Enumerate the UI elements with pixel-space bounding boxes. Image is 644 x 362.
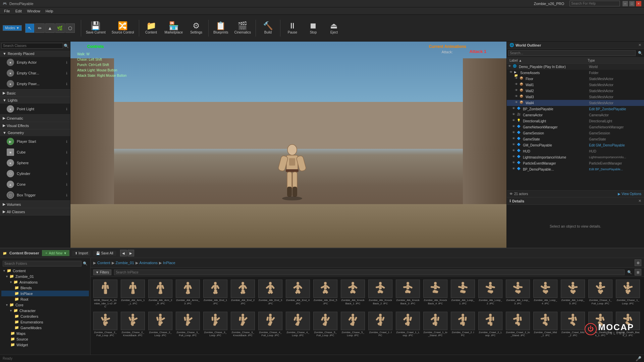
cb-grid-item-10[interactable]: Zombie_Atk_KnockBack_2 .IPC <box>367 278 394 310</box>
cb-grid-item-27[interactable]: Zombie_Chase_4_Loop .IPC <box>284 310 311 339</box>
outliner-item-camera[interactable]: 👁 🎥 CameraActor CameraActor <box>507 112 644 118</box>
cb-grid-item-24[interactable]: Zombie_Chase_3_Loop .IPC <box>202 310 229 339</box>
outliner-search-input[interactable] <box>508 50 636 56</box>
cb-grid-item-33[interactable]: Zombie_Crawl_2 .IPC <box>449 310 476 339</box>
sidebar-item-point-light[interactable]: ● Point Light ℹ <box>0 104 70 114</box>
menu-edit[interactable]: Edit <box>13 8 24 14</box>
class-search-input[interactable] <box>1 43 63 49</box>
outliner-view-options[interactable]: ▶ View Options <box>618 192 641 196</box>
tree-item-blends[interactable]: 📁 Blends <box>1 285 89 291</box>
marketplace-button[interactable]: 🏪 Marketplace <box>162 16 185 40</box>
import-button[interactable]: ⬆ Import <box>72 251 91 256</box>
tree-item-animations[interactable]: ▼📁 Animations <box>1 279 89 285</box>
cb-tree-search-icon[interactable]: 🔍 <box>83 261 88 266</box>
source-control-button[interactable]: 🔀 Source Control <box>109 16 137 40</box>
outliner-item-gm-demo[interactable]: 👁 🔷 GM_DemoPlayable Edit GM_DemoPlayable <box>507 142 644 148</box>
cb-tree-search-input[interactable] <box>3 261 82 266</box>
tree-item-character[interactable]: ▼📁 Character <box>1 308 89 313</box>
cinematic-header[interactable]: ▶ Cinematic <box>0 115 70 122</box>
lights-header[interactable]: ▼ Lights <box>0 97 70 104</box>
outliner-item-gamestate[interactable]: 👁 🔷 GameState GameState <box>507 136 644 142</box>
blueprints-button[interactable]: 📋 Blueprints <box>211 16 231 40</box>
cb-search-input[interactable] <box>114 269 625 275</box>
add-new-button[interactable]: ＋ Add New ▼ <box>42 250 69 256</box>
sidebar-item-cone[interactable]: ▲ Cone ℹ <box>0 179 70 190</box>
cb-grid-item-4[interactable]: Zombie_Atk_End_1 .IPC <box>202 278 229 310</box>
cb-grid-item-26[interactable]: Zombie_Chase_4_Full_Loop .IPC <box>257 310 284 339</box>
sidebar-item-cylinder[interactable]: ⬭ Cylinder ℹ <box>0 168 70 179</box>
save-all-button[interactable]: 💾 Save All <box>93 251 116 256</box>
tree-item-gamemodes[interactable]: 📁 GameModes <box>1 325 89 330</box>
cb-grid-item-18[interactable]: Zombie_Chase_1_Full_Loop .IPC <box>587 278 614 310</box>
outliner-item-particle[interactable]: 👁 🔷 ParticleEventManager ParticleEventMa… <box>507 160 644 166</box>
class-search-icon[interactable]: 🔍 <box>64 44 69 48</box>
outliner-item-bp-demo[interactable]: 👁 🔷 BP_DemoPlayable... Edit BP_DemoPlaya… <box>507 166 644 172</box>
outliner-item-wall3[interactable]: 👁 📦 Wall3 StaticMeshActor <box>507 94 644 100</box>
cb-grid-item-31[interactable]: Zombie_Crawl_1_Loop .IPC <box>394 310 421 339</box>
sidebar-item-empty-actor[interactable]: ● Empty Actor ℹ <box>0 57 70 68</box>
visual-effects-header[interactable]: ▶ Visual Effects <box>0 122 70 129</box>
outliner-item-hud[interactable]: 👁 🔷 HUD HUD <box>507 148 644 154</box>
cb-grid-item-30[interactable]: Zombie_Crawl_1 .IPC <box>367 310 394 339</box>
cb-grid-item-6[interactable]: Zombie_Atk_End_3 .IPC <box>257 278 284 310</box>
cb-grid-item-14[interactable]: Zombie_Atk_Loop_2 .IPC <box>477 278 504 310</box>
cb-grid-item-19[interactable]: Zombie_Chase_1_Loop .IPC <box>614 278 641 310</box>
cb-grid-item-21[interactable]: Zombie_Chase_2_KnockBack .IPC <box>119 310 146 339</box>
cb-grid-item-37[interactable]: Zombie_Crawl_Mid_2 .IPC <box>559 310 586 339</box>
viewport[interactable]: Controls Walk: W Chase: Left Shift Punch… <box>70 42 506 248</box>
all-classes-header[interactable]: ▶ All Classes <box>0 208 70 215</box>
cb-grid-item-22[interactable]: Zombie_Chase_2_Loop .IPC <box>147 310 174 339</box>
outliner-search-icon[interactable]: 🔍 <box>638 51 643 55</box>
tree-item-source[interactable]: 📁 Source <box>1 336 89 342</box>
cinematics-button[interactable]: 🎬 Cinematics <box>231 16 253 40</box>
paint-tool[interactable]: ✏ <box>35 23 45 33</box>
maximize-button[interactable]: □ <box>629 1 635 6</box>
sidebar-item-empty-char[interactable]: ● Empty Char... ℹ <box>0 68 70 78</box>
cb-back-button[interactable]: ◀ <box>120 250 127 256</box>
tree-item-root[interactable]: 📁 Root <box>1 296 89 302</box>
sidebar-item-cube[interactable]: ■ Cube ℹ <box>0 147 70 158</box>
cb-grid-item-15[interactable]: Zombie_Atk_Loop_3 .IPC <box>504 278 531 310</box>
cb-grid-item-28[interactable]: Zombie_Chase_5_Full_Loop .IPC <box>312 310 339 339</box>
select-tool[interactable]: ↖ <box>25 23 35 33</box>
foliage-tool[interactable]: 🌿 <box>55 23 65 33</box>
cb-path-inplace[interactable]: InPlace <box>163 261 175 265</box>
geometry-header[interactable]: ▼ Geometry <box>0 129 70 136</box>
tree-item-widget[interactable]: 📁 Widget <box>1 342 89 348</box>
cb-grid-item-2[interactable]: Zombie_Atk_Arm_2_R .IPC <box>147 278 174 310</box>
cb-path-animations[interactable]: Animations <box>140 261 158 265</box>
tree-item-enumerations[interactable]: 📁 Enumerations <box>1 319 89 325</box>
volumes-header[interactable]: ▶ Volumes <box>0 201 70 208</box>
cb-grid-item-1[interactable]: Zombie_Atk_Arm_1_L .IPC <box>119 278 146 310</box>
mesh-tool[interactable]: ⬡ <box>65 23 75 33</box>
save-current-button[interactable]: 💾 Save Current <box>83 16 108 40</box>
cb-grid-item-23[interactable]: Zombie_Chase_3_Full_Loop .IPC <box>174 310 201 339</box>
cb-grid-options[interactable]: ⊞ <box>635 269 641 276</box>
cb-grid-item-8[interactable]: Zombie_Atk_End_5 .IPC <box>312 278 339 310</box>
close-button[interactable]: ✕ <box>636 1 641 6</box>
outliner-item-directional-light[interactable]: 👁 💡 DirectionalLight DirectionalLight <box>507 118 644 124</box>
outliner-item-bp-zombie[interactable]: 👁 🔷 BP_ZombiePlayable Edit BP_ZombiePlay… <box>507 106 644 112</box>
cb-path-content[interactable]: Content <box>97 261 110 265</box>
pause-button[interactable]: ⏸ Pause <box>282 16 303 40</box>
tree-item-core[interactable]: ▼📁 Core <box>1 302 89 308</box>
cb-grid-item-35[interactable]: Zombie_Crawl_2_to_Stand .IPC <box>504 310 531 339</box>
settings-button[interactable]: ⚙ Settings <box>186 16 206 40</box>
cb-grid-item-16[interactable]: Zombie_Atk_Loop_4 .IPC <box>532 278 559 310</box>
minimize-button[interactable]: ─ <box>623 1 628 6</box>
cb-search-icon[interactable]: 🔍 <box>627 270 632 275</box>
mic-icon[interactable]: 🎤 <box>636 356 641 361</box>
outliner-item-gamesession[interactable]: 👁 🔷 GameSession GameSession <box>507 130 644 136</box>
cb-grid-item-25[interactable]: Zombie_Chase_3_KnockBack .IPC <box>229 310 256 339</box>
tree-item-zombie01[interactable]: ▼📁 Zombie_01 <box>1 274 89 279</box>
cb-grid-item-36[interactable]: Zombie_Crawl_Mid_1 .IPC <box>532 310 559 339</box>
details-close[interactable]: ✕ <box>638 199 641 203</box>
tree-item-controllers[interactable]: 📁 Controllers <box>1 313 89 319</box>
outliner-item-floor[interactable]: 👁 📦 Floor StaticMeshActor <box>507 76 644 82</box>
cb-header-icon[interactable]: 📁 <box>3 251 7 255</box>
cb-path-zombie01[interactable]: Zombie_01 <box>116 261 134 265</box>
cb-grid-item-13[interactable]: Zombie_Atk_Loop_1 .IPC <box>449 278 476 310</box>
menu-help[interactable]: Help <box>43 8 56 14</box>
cb-grid-item-20[interactable]: Zombie_Chase_2_Full_Loop .IPC <box>92 310 119 339</box>
cb-grid-item-5[interactable]: Zombie_Atk_End_2 .IPC <box>229 278 256 310</box>
